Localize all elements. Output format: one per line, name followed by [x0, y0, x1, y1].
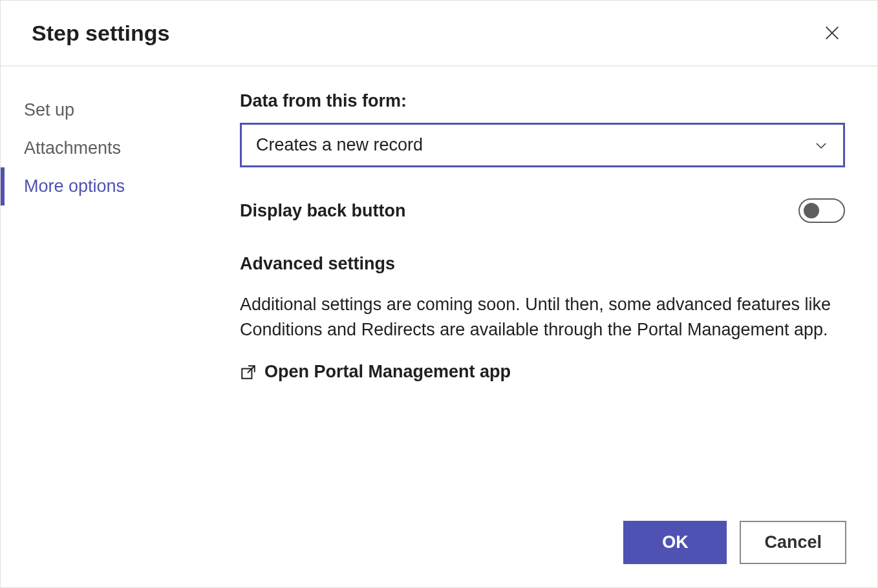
dropdown-value: Creates a new record — [256, 135, 423, 155]
main-content: Data from this form: Creates a new recor… — [220, 67, 877, 587]
sidebar-item-label: Attachments — [24, 138, 121, 158]
cancel-button[interactable]: Cancel — [740, 521, 846, 564]
sidebar-item-label: More options — [24, 176, 125, 196]
external-link-icon — [240, 364, 257, 381]
display-back-toggle[interactable] — [798, 198, 845, 223]
display-back-label: Display back button — [240, 201, 406, 221]
open-link-label: Open Portal Management app — [264, 362, 511, 382]
dialog-header: Step settings — [1, 1, 877, 67]
sidebar: Set up Attachments More options — [1, 67, 220, 587]
data-form-dropdown[interactable]: Creates a new record — [240, 123, 845, 167]
step-settings-dialog: Step settings Set up Attachments More op… — [0, 0, 878, 588]
data-form-label: Data from this form: — [240, 91, 845, 111]
ok-button[interactable]: OK — [623, 521, 727, 564]
advanced-settings-text: Additional settings are coming soon. Unt… — [240, 292, 845, 342]
advanced-settings-title: Advanced settings — [240, 254, 845, 274]
display-back-row: Display back button — [240, 198, 845, 223]
sidebar-item-label: Set up — [24, 100, 74, 120]
open-portal-management-link[interactable]: Open Portal Management app — [240, 362, 511, 382]
dialog-footer: OK Cancel — [623, 521, 846, 564]
sidebar-item-setup[interactable]: Set up — [1, 91, 220, 129]
sidebar-item-more-options[interactable]: More options — [1, 167, 220, 205]
close-button[interactable] — [818, 19, 846, 47]
chevron-down-icon — [813, 138, 829, 153]
dialog-body: Set up Attachments More options Data fro… — [1, 67, 877, 587]
dialog-title: Step settings — [32, 21, 169, 46]
toggle-knob — [804, 203, 819, 218]
sidebar-item-attachments[interactable]: Attachments — [1, 129, 220, 167]
close-icon — [823, 24, 841, 42]
